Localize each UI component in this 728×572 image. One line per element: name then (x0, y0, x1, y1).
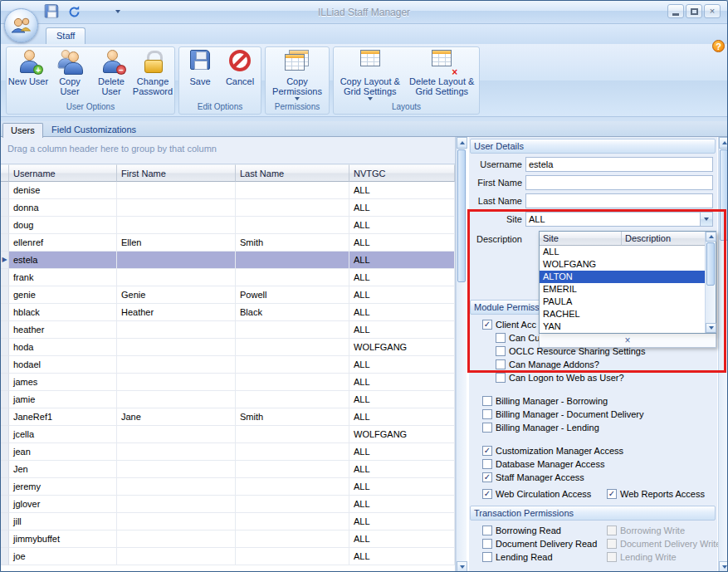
tab-staff[interactable]: Staff (46, 27, 86, 44)
checkbox[interactable]: ✓ (482, 472, 492, 482)
copy-permissions-button[interactable]: Copy Permissions (267, 49, 327, 100)
cell-nvtgc: ALL (349, 478, 455, 496)
table-row[interactable]: frankALL (1, 269, 455, 286)
dropdown-option-rachel[interactable]: RACHEL (540, 308, 705, 320)
checkbox[interactable] (607, 552, 617, 562)
table-row[interactable]: jamesALL (1, 374, 455, 391)
site-dropdown-button[interactable] (700, 213, 712, 226)
scroll-up-icon[interactable] (457, 137, 467, 149)
table-row[interactable]: joeALL (1, 548, 455, 565)
change-password-button[interactable]: Change Password (132, 49, 173, 96)
checkbox[interactable] (482, 423, 492, 433)
scroll-down-icon[interactable] (706, 323, 716, 333)
first-name-field[interactable] (525, 175, 713, 190)
checkbox[interactable] (607, 526, 617, 535)
save-button[interactable]: Save (180, 49, 220, 86)
checkbox[interactable] (482, 526, 492, 535)
checkbox[interactable] (482, 539, 492, 549)
help-button[interactable]: ? (712, 40, 725, 52)
dropdown-option-emeril[interactable]: EMERIL (540, 283, 705, 296)
checkbox[interactable] (496, 373, 506, 383)
dropdown-option-yan[interactable]: YAN (540, 320, 705, 333)
table-row[interactable]: jcellaWOLFGANG (1, 426, 455, 443)
table-row[interactable]: JenALL (1, 461, 455, 478)
column-header-last-name[interactable]: Last Name (236, 164, 349, 182)
checkbox[interactable] (496, 359, 506, 369)
new-user-button[interactable]: New User (7, 49, 49, 86)
table-row[interactable]: jgloverALL (1, 496, 455, 513)
tab-users[interactable]: Users (2, 123, 43, 138)
column-header-username[interactable]: Username (9, 164, 117, 182)
transaction-permissions-header: Transaction Permissions (470, 506, 716, 521)
checkbox[interactable] (482, 552, 492, 562)
checkbox-label: Billing Manager - Borrowing (496, 396, 608, 406)
table-row[interactable]: jimmybuffetALL (1, 530, 455, 548)
checkbox[interactable]: ✓ (607, 489, 617, 499)
table-row[interactable]: jillALL (1, 513, 455, 530)
checkbox[interactable] (482, 459, 492, 469)
checkbox[interactable]: ✓ (482, 446, 492, 456)
table-row[interactable]: donnaALL (1, 199, 455, 217)
change-password-label: Change Password (132, 76, 173, 96)
delete-user-button[interactable]: Delete User (90, 49, 132, 96)
dropdown-scrollbar[interactable] (705, 232, 716, 333)
table-row[interactable]: JaneRef1JaneSmithALL (1, 408, 455, 426)
close-icon[interactable]: × (624, 335, 630, 345)
table-row[interactable]: genieGeniePowellALL (1, 286, 455, 304)
table-row[interactable]: hblackHeatherBlackALL (1, 304, 455, 321)
scroll-thumb[interactable] (706, 242, 715, 286)
last-name-field[interactable] (525, 193, 713, 208)
table-row[interactable]: heatherALL (1, 321, 455, 339)
table-row[interactable]: hodaWOLFGANG (1, 339, 455, 356)
checkbox[interactable] (482, 409, 492, 419)
copy-user-button[interactable]: Copy User (49, 49, 90, 96)
dropdown-option-wolfgang[interactable]: WOLFGANG (540, 258, 705, 271)
dropdown-option-all[interactable]: ALL (540, 246, 705, 258)
table-row[interactable]: hodaelALL (1, 356, 455, 374)
column-header-nvtgc[interactable]: NVTGC (349, 164, 455, 182)
scroll-thumb[interactable] (720, 149, 728, 241)
group-label-user-options: User Options (7, 102, 174, 113)
checkbox[interactable]: ✓ (482, 320, 492, 330)
dropdown-close-strip[interactable]: × (539, 334, 716, 348)
scroll-up-icon[interactable] (719, 137, 728, 149)
checkbox-label: Document Delivery Write (620, 539, 721, 549)
app-menu-button[interactable] (4, 8, 38, 42)
row-indicator (1, 443, 9, 461)
table-row[interactable]: deniseALL (1, 182, 455, 199)
table-row[interactable]: dougALL (1, 217, 455, 234)
dropdown-column-site[interactable]: Site (540, 232, 622, 246)
scroll-down-icon[interactable] (719, 561, 728, 572)
minimize-button[interactable] (667, 4, 684, 18)
checkbox[interactable] (607, 539, 617, 549)
delete-layout-button[interactable]: Delete Layout & Grid Settings (406, 49, 477, 96)
table-row[interactable]: ▶estelaALL (1, 252, 455, 269)
scroll-up-icon[interactable] (706, 232, 716, 242)
checkbox[interactable] (496, 333, 506, 343)
copy-layout-button[interactable]: Copy Layout & Grid Settings (335, 49, 405, 100)
table-row[interactable]: jeremyALL (1, 478, 455, 496)
cell-username: JaneRef1 (9, 408, 117, 426)
close-button[interactable]: × (704, 4, 721, 18)
grid-scrollbar[interactable] (456, 137, 467, 572)
details-scrollbar[interactable] (718, 137, 728, 572)
dropdown-option-paula[interactable]: PAULA (540, 296, 705, 308)
group-by-hint[interactable]: Drag a column header here to group by th… (1, 137, 455, 164)
scroll-down-icon[interactable] (457, 561, 467, 572)
table-row[interactable]: jeanALL (1, 443, 455, 461)
maximize-button[interactable] (686, 4, 702, 18)
table-row[interactable]: jamieALL (1, 391, 455, 408)
table-row[interactable]: ellenrefEllenSmithALL (1, 234, 455, 252)
scroll-thumb[interactable] (457, 149, 466, 282)
cancel-button[interactable]: Cancel (220, 49, 260, 86)
tab-field-customizations[interactable]: Field Customizations (44, 123, 144, 137)
checkbox[interactable]: ✓ (482, 489, 492, 499)
username-field[interactable] (525, 157, 713, 172)
dropdown-option-alton[interactable]: ALTON (540, 271, 705, 283)
checkbox[interactable] (482, 396, 492, 406)
checkbox[interactable] (496, 346, 506, 356)
dropdown-column-description[interactable]: Description (622, 232, 705, 246)
column-header-first-name[interactable]: First Name (117, 164, 236, 182)
copy-permissions-icon (284, 50, 310, 75)
site-combobox[interactable]: ALL (525, 212, 713, 227)
